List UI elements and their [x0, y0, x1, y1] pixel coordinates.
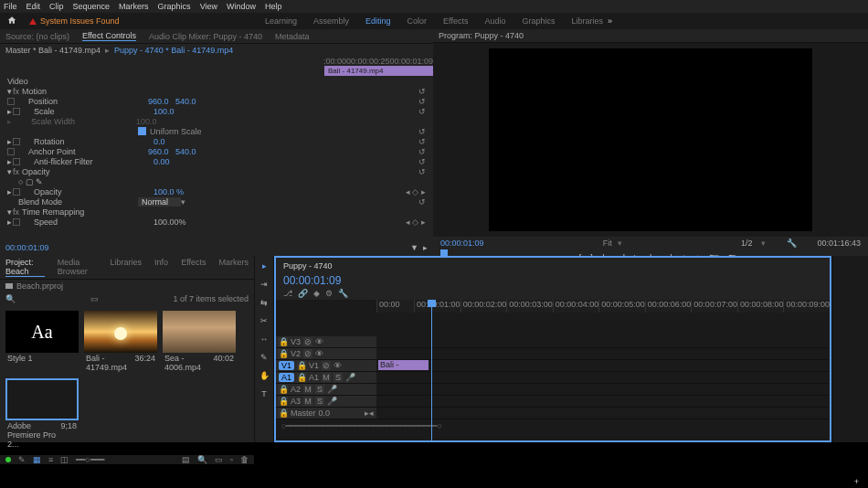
filter-icon[interactable]: ▼	[410, 243, 418, 252]
tab-metadata[interactable]: Metadata	[275, 32, 310, 41]
prop-scale[interactable]: ▸Scale100.0↺	[0, 106, 433, 116]
program-timecode[interactable]: 00:00:01:09	[440, 239, 484, 248]
slip-tool-icon[interactable]: ↔	[258, 333, 270, 345]
search-icon[interactable]: 🔍	[5, 294, 16, 303]
overflow-icon[interactable]: »	[608, 16, 612, 26]
snap-icon[interactable]: ⎇	[283, 289, 292, 298]
new-item-icon[interactable]: ▫	[230, 455, 233, 464]
zoom-level[interactable]: 1/2	[741, 239, 753, 248]
item-sea[interactable]: Sea - 4006.mp440:02	[163, 311, 236, 373]
type-tool-icon[interactable]: T	[258, 387, 270, 400]
tab-source[interactable]: Source: (no clips)	[5, 32, 69, 41]
system-warning[interactable]: System Issues Found	[29, 16, 120, 26]
ws-learning[interactable]: Learning	[265, 16, 297, 26]
timeline-tracks-area[interactable]: 00:0000:00:01:0000:00:02:0000:00:03:0000…	[276, 300, 830, 440]
menu-view[interactable]: View	[200, 2, 217, 11]
track-a2[interactable]: 🔒A2MS🎤	[276, 384, 830, 396]
tab-libraries[interactable]: Libraries	[111, 258, 143, 277]
prop-anchor[interactable]: Anchor Point960.0 540.0↺	[0, 146, 433, 156]
bin-icon[interactable]: ▭	[90, 294, 99, 303]
ws-assembly[interactable]: Assembly	[313, 16, 349, 26]
timeline-ruler[interactable]: 00:0000:00:01:0000:00:02:0000:00:03:0000…	[376, 300, 830, 313]
effect-properties: Video ▾fxMotion↺ Position960.0 540.0↺ ▸S…	[0, 76, 433, 243]
home-icon[interactable]	[7, 16, 18, 27]
menu-window[interactable]: Window	[227, 2, 256, 11]
menu-help[interactable]: Help	[265, 2, 282, 11]
track-select-icon[interactable]: ⇥	[258, 278, 270, 291]
write-icon[interactable]: ✎	[18, 455, 26, 464]
track-v2[interactable]: 🔒V2⊘👁	[276, 348, 830, 360]
timeline-playhead[interactable]	[431, 300, 432, 440]
checkbox-icon[interactable]	[138, 127, 146, 135]
ws-editing[interactable]: Editing	[365, 16, 391, 26]
track-a3[interactable]: 🔒A3MS🎤	[276, 396, 830, 408]
tab-media-browser[interactable]: Media Browser	[58, 258, 98, 277]
timeline-clip[interactable]: Bali - 41749.mp4	[378, 360, 429, 370]
ec-ruler-1: 00:00:00:25	[346, 57, 390, 66]
menu-markers[interactable]: Markers	[119, 2, 149, 11]
hand-tool-icon[interactable]: ✋	[258, 369, 270, 382]
prop-opacity-mask[interactable]: ○ ▢ ✎	[0, 176, 433, 186]
selection-tool-icon[interactable]: ▸	[258, 260, 270, 272]
prop-time-remap[interactable]: ▾fxTime Remapping	[0, 207, 433, 217]
track-v3[interactable]: 🔒V3⊘👁	[276, 336, 830, 348]
stopwatch-icon[interactable]	[7, 98, 15, 105]
prop-speed[interactable]: ▸Speed100.00%◂ ◇ ▸	[0, 217, 433, 227]
ws-audio[interactable]: Audio	[484, 16, 505, 26]
menu-clip[interactable]: Clip	[49, 2, 64, 11]
item-style1[interactable]: Aa Style 1	[5, 311, 79, 373]
program-playhead[interactable]	[440, 249, 448, 257]
play-icon[interactable]: ▸	[423, 243, 428, 252]
wrench-icon[interactable]: 🔧	[787, 239, 797, 248]
ec-timecode[interactable]: 00:00:01:09	[5, 243, 49, 256]
prop-position[interactable]: Position960.0 540.0↺	[0, 96, 433, 106]
ec-clip-bar[interactable]: Bali - 41749.mp4	[324, 66, 433, 76]
new-bin-icon[interactable]: ▭	[215, 455, 223, 464]
menu-graphics[interactable]: Graphics	[158, 2, 191, 11]
track-a1[interactable]: A1🔒A1MS🎤	[276, 372, 830, 384]
menu-sequence[interactable]: Sequence	[73, 2, 111, 11]
find-icon[interactable]: 🔍	[197, 455, 207, 464]
ripple-tool-icon[interactable]: ⇆	[258, 296, 270, 309]
trash-icon[interactable]: 🗑	[240, 455, 249, 464]
freeform-icon[interactable]: ◫	[60, 455, 69, 464]
pen-tool-icon[interactable]: ✎	[258, 351, 270, 364]
effect-controls-header: Master * Bali - 41749.mp4 ▸ Puppy - 4740…	[0, 44, 433, 57]
razor-tool-icon[interactable]: ✂	[258, 314, 270, 327]
tab-effects[interactable]: Effects	[181, 258, 206, 277]
prop-rotation[interactable]: ▸Rotation0.0↺	[0, 136, 433, 146]
tab-effect-controls[interactable]: Effect Controls	[82, 31, 136, 41]
track-v1[interactable]: V1🔒V1⊘👁Bali - 41749.mp4	[276, 360, 830, 372]
prop-opacity-value[interactable]: ▸Opacity100.0 %◂ ◇ ▸	[0, 186, 433, 196]
menu-file[interactable]: File	[4, 2, 17, 11]
tab-audio-mixer[interactable]: Audio Clip Mixer: Puppy - 4740	[149, 32, 262, 41]
ws-color[interactable]: Color	[408, 16, 428, 26]
menu-edit[interactable]: Edit	[26, 2, 41, 11]
tab-info[interactable]: Info	[154, 258, 168, 277]
ws-effects[interactable]: Effects	[443, 16, 468, 26]
tab-project[interactable]: Project: Beach	[5, 258, 45, 277]
prop-blend[interactable]: Blend ModeNormal▾↺	[0, 196, 433, 207]
list-view-icon[interactable]: ≡	[48, 455, 53, 464]
item-premiere[interactable]: Adobe Premiere Pro 2...9;18	[5, 378, 79, 450]
icon-view-icon[interactable]: ▦	[33, 455, 41, 464]
ws-libraries[interactable]: Libraries	[571, 16, 603, 26]
reset-icon[interactable]: ↺	[418, 87, 426, 96]
timeline-timecode[interactable]: 00:00:01:09	[276, 274, 830, 287]
track-master[interactable]: 🔒Master0.0▸◂	[276, 408, 830, 419]
video-preview	[489, 48, 812, 231]
prop-opacity[interactable]: ▾fxOpacity↺	[0, 166, 433, 176]
prop-flicker[interactable]: ▸Anti-flicker Filter0.00↺	[0, 156, 433, 166]
tab-markers[interactable]: Markers	[218, 258, 249, 277]
ws-graphics[interactable]: Graphics	[522, 16, 555, 26]
item-bali[interactable]: Bali - 41749.mp436:24	[84, 311, 157, 373]
auto-sequence-icon[interactable]: ▤	[182, 455, 190, 464]
wrench-icon[interactable]: 🔧	[338, 289, 348, 298]
button-editor-icon[interactable]: +	[854, 477, 859, 486]
settings-icon[interactable]: ⚙	[325, 289, 333, 298]
prop-motion[interactable]: ▾fxMotion↺	[0, 86, 433, 96]
linked-sel-icon[interactable]: 🔗	[298, 289, 308, 298]
prop-uniform[interactable]: Uniform Scale↺	[0, 126, 433, 136]
marker-icon[interactable]: ◆	[313, 289, 320, 298]
fit-dropdown[interactable]: Fit	[603, 239, 612, 248]
